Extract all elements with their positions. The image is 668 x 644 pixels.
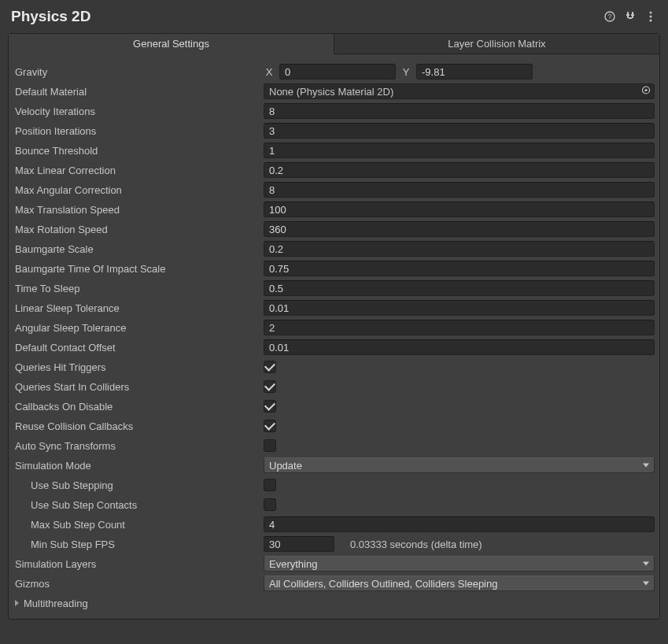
dropdown-gizmos[interactable]: All Colliders, Colliders Outlined, Colli… [264, 576, 655, 591]
header-actions: ? [603, 10, 657, 23]
label-max-translation-speed: Max Translation Speed [13, 204, 264, 216]
foldout-multithreading[interactable]: Multithreading [13, 594, 655, 613]
inspector-header: Physics 2D ? [0, 0, 668, 33]
label-time-to-sleep: Time To Sleep [13, 283, 264, 294]
row-default-material: Default Material None (Physics Material … [13, 82, 655, 102]
tab-layer-collision-matrix[interactable]: Layer Collision Matrix [334, 34, 659, 54]
label-auto-sync-transforms: Auto Sync Transforms [13, 440, 264, 452]
page-title: Physics 2D [11, 8, 603, 25]
checkbox-use-sub-step-contacts[interactable] [264, 498, 276, 511]
svg-rect-6 [632, 12, 633, 18]
svg-point-11 [644, 89, 647, 91]
checkbox-queries-hit-triggers[interactable] [264, 361, 276, 373]
label-bounce-threshold: Bounce Threshold [13, 145, 264, 157]
svg-rect-5 [627, 12, 629, 18]
checkbox-reuse-collision-callbacks[interactable] [264, 420, 276, 432]
input-gravity-y[interactable] [416, 64, 533, 80]
input-baumgarte-scale[interactable] [264, 241, 655, 257]
more-icon[interactable] [644, 10, 657, 23]
dropdown-simulation-mode-value: Update [269, 460, 302, 472]
label-queries-hit-triggers: Queries Hit Triggers [13, 361, 264, 373]
label-multithreading: Multithreading [24, 598, 88, 609]
svg-rect-4 [629, 17, 632, 19]
input-max-rotation-speed[interactable] [264, 221, 655, 237]
checkbox-queries-start-in-colliders[interactable] [264, 380, 276, 393]
tab-general-settings[interactable]: General Settings [9, 34, 334, 54]
hint-min-sub-step-fps: 0.03333 seconds (delta time) [339, 539, 482, 550]
input-default-contact-offset[interactable] [264, 339, 655, 355]
input-max-linear-correction[interactable] [264, 162, 655, 178]
settings-panel: General Settings Layer Collision Matrix … [8, 33, 660, 620]
svg-point-8 [650, 16, 652, 18]
dropdown-simulation-mode[interactable]: Update [264, 457, 655, 473]
label-gizmos: Gizmos [13, 578, 264, 590]
label-gravity-y: Y [400, 66, 412, 78]
label-use-sub-stepping: Use Sub Stepping [13, 479, 264, 491]
input-min-sub-step-fps[interactable] [264, 536, 334, 552]
presets-icon[interactable] [624, 10, 637, 23]
default-material-value: None (Physics Material 2D) [269, 86, 393, 98]
label-use-sub-step-contacts: Use Sub Step Contacts [13, 499, 264, 511]
input-bounce-threshold[interactable] [264, 142, 655, 158]
svg-point-7 [650, 12, 652, 14]
label-reuse-collision-callbacks: Reuse Collision Callbacks [13, 420, 264, 432]
input-gravity-x[interactable] [279, 64, 396, 80]
label-linear-sleep-tol: Linear Sleep Tolerance [13, 302, 264, 314]
svg-text:?: ? [607, 13, 611, 20]
label-baumgarte-scale: Baumgarte Scale [13, 243, 264, 255]
input-linear-sleep-tol[interactable] [264, 300, 655, 316]
label-simulation-mode: Simulation Mode [13, 460, 264, 472]
input-max-sub-step-count[interactable] [264, 516, 655, 532]
label-baumgarte-toi: Baumgarte Time Of Impact Scale [13, 263, 264, 275]
checkbox-callbacks-on-disable[interactable] [264, 400, 276, 413]
input-velocity-iterations[interactable] [264, 103, 655, 119]
input-time-to-sleep[interactable] [264, 280, 655, 296]
checkbox-auto-sync-transforms[interactable] [264, 439, 276, 452]
input-max-translation-speed[interactable] [264, 202, 655, 217]
svg-point-9 [650, 20, 652, 22]
label-simulation-layers: Simulation Layers [13, 558, 264, 570]
label-callbacks-on-disable: Callbacks On Disable [13, 401, 264, 413]
object-picker-icon[interactable] [641, 86, 651, 98]
label-default-contact-offset: Default Contact Offset [13, 342, 264, 353]
chevron-right-icon [15, 600, 19, 606]
row-gravity: Gravity X Y [13, 62, 655, 82]
dropdown-gizmos-value: All Colliders, Colliders Outlined, Colli… [269, 578, 497, 590]
label-queries-start-in-colliders: Queries Start In Colliders [13, 381, 264, 393]
label-max-rotation-speed: Max Rotation Speed [13, 224, 264, 235]
input-position-iterations[interactable] [264, 123, 655, 139]
label-min-sub-step-fps: Min Sub Step FPS [13, 539, 264, 550]
label-gravity-x: X [264, 66, 275, 78]
tab-bar: General Settings Layer Collision Matrix [9, 34, 659, 54]
label-max-linear-correction: Max Linear Correction [13, 165, 264, 176]
label-velocity-iterations: Velocity Iterations [13, 105, 264, 117]
dropdown-simulation-layers-value: Everything [269, 558, 317, 570]
help-icon[interactable]: ? [603, 10, 616, 23]
label-position-iterations: Position Iterations [13, 125, 264, 137]
object-field-default-material[interactable]: None (Physics Material 2D) [264, 83, 655, 99]
label-default-material: Default Material [13, 86, 264, 98]
label-gravity: Gravity [13, 66, 264, 78]
input-baumgarte-toi[interactable] [264, 261, 655, 276]
input-angular-sleep-tol[interactable] [264, 320, 655, 335]
dropdown-simulation-layers[interactable]: Everything [264, 556, 655, 572]
checkbox-use-sub-stepping[interactable] [264, 479, 276, 491]
label-angular-sleep-tol: Angular Sleep Tolerance [13, 322, 264, 334]
input-max-angular-correction[interactable] [264, 182, 655, 198]
label-max-angular-correction: Max Angular Correction [13, 184, 264, 196]
label-max-sub-step-count: Max Sub Step Count [13, 519, 264, 531]
general-settings-body: Gravity X Y Default Material None (Physi… [9, 54, 659, 619]
